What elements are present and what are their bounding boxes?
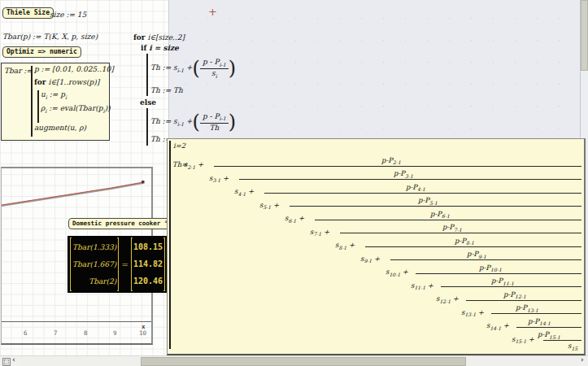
result-values-column: 108.15 114.82 120.46 xyxy=(133,239,163,290)
equals-sign: = xyxy=(121,260,128,269)
program-line-u: ui := pi xyxy=(41,90,67,100)
cooker-label[interactable]: Domestic pressure cooker °C xyxy=(68,218,176,229)
x-tick: 6 xyxy=(24,329,28,337)
program-line-augment: augment(u, ρ) xyxy=(34,124,86,133)
matrix-bracket-left xyxy=(131,237,133,291)
cf-numerator: p-P3-1 xyxy=(394,169,413,178)
cf-s-term: s2-1 + xyxy=(184,160,203,169)
cf-s-term: s8-1 + xyxy=(335,241,355,250)
bottom-scroll-bar: ‹ › xyxy=(0,355,588,366)
result-labels-column: Tbar(1.333) Tbar(1.667) Tbar(2) xyxy=(72,239,116,290)
cf-fraction-bar xyxy=(491,313,581,314)
else-body-bar xyxy=(146,108,148,146)
continued-fraction-staircase: s2-1 +p-P2-1s3-1 +p-P3-1s4-1 +p-P4-1s5-1… xyxy=(168,139,584,354)
result-value: 114.82 xyxy=(133,256,163,272)
cf-numerator: p-P12-1 xyxy=(503,290,526,299)
for-body-bar xyxy=(37,90,39,123)
cf-numerator: p-P13-1 xyxy=(516,303,538,312)
cf-numerator: p-P2-1 xyxy=(381,156,401,165)
result-value: 120.46 xyxy=(133,273,163,290)
cf-s-term: s13-1 + xyxy=(461,308,484,317)
fraction-denominator: si xyxy=(211,69,217,79)
cf-numerator: p-P4-1 xyxy=(406,183,425,192)
cf-numerator: p-P9-1 xyxy=(467,250,486,259)
cf-s-term: s12-1 + xyxy=(436,294,459,303)
fraction: p - Pi-1Th xyxy=(200,112,229,133)
x-tick: 7 xyxy=(54,329,58,337)
horizontal-scrollbar-thumb[interactable] xyxy=(141,357,466,366)
cf-s-term: s14-1 + xyxy=(486,321,509,330)
cf-fraction-bar xyxy=(390,259,581,260)
cf-numerator: p-P5-1 xyxy=(418,196,438,205)
x-axis-line xyxy=(2,321,151,322)
th1-lhs: Th := si-1 + xyxy=(150,63,193,73)
x-tick: 10 xyxy=(139,329,146,337)
tbar-program-region[interactable]: Tbar := p := [0.01, 0.025..10] for i∈[1.… xyxy=(1,63,110,141)
close-paren: ) xyxy=(229,59,236,78)
tbar-results-region[interactable]: Tbar(1.333) Tbar(1.667) Tbar(2) = 108.15… xyxy=(68,236,168,293)
fraction-numerator: p - Pi-1 xyxy=(200,112,229,124)
fraction-numerator: p - Pi-1 xyxy=(200,58,229,69)
cf-fraction-bar xyxy=(543,340,581,341)
thiele-size-label[interactable]: Thiele Size xyxy=(2,7,54,19)
for-range: i∈[size..2] xyxy=(148,33,185,41)
x-tick: 9 xyxy=(113,329,117,337)
cf-numerator: p-P7-1 xyxy=(442,223,462,232)
continued-fraction-panel[interactable]: i=2 Th= s2-1 +p-P2-1s3-1 +p-P3-1s4-1 +p-… xyxy=(167,138,586,355)
program-bar xyxy=(31,66,33,137)
cf-numerator: p-P10-1 xyxy=(479,264,502,272)
tbar-definition[interactable]: Tbar(p) := T(K, X, p, size) xyxy=(2,33,98,41)
th3-lhs: Th := si-1 + xyxy=(150,117,193,127)
program-lhs: Tbar := xyxy=(4,67,33,76)
smath-worksheet-window: + Thiele Size size := 15 Tbar(p) := T(K,… xyxy=(0,0,588,366)
navigator-icon[interactable] xyxy=(2,358,11,366)
cf-numerator: p-P8-1 xyxy=(455,237,474,246)
result-label: Tbar(1.667) xyxy=(72,256,116,272)
cf-numerator: p-P14-1 xyxy=(528,317,551,326)
program-line-p: p := [0.01, 0.025..10] xyxy=(34,65,114,74)
loop-for-line[interactable]: for i∈[size..2] xyxy=(133,33,185,42)
cf-fraction-bar xyxy=(466,300,581,301)
close-paren: ) xyxy=(229,112,236,132)
th-assignment-3: Th := si-1 + (p - Pi-1Th) xyxy=(150,106,236,138)
cf-final-denominator: s15 xyxy=(568,342,577,351)
for-range: i∈[1..rows(p)] xyxy=(49,78,100,86)
result-label: Tbar(2) xyxy=(72,273,116,290)
cf-fraction-bar xyxy=(365,246,581,247)
result-label: Tbar(1.333) xyxy=(72,239,116,255)
matrix-bracket-right xyxy=(117,237,119,291)
th-assignment-2: Th := Th xyxy=(150,86,183,95)
vertical-scrollbar-thumb[interactable] xyxy=(581,0,588,71)
result-value: 108.15 xyxy=(133,239,163,255)
cf-numerator: p-P11-1 xyxy=(491,277,514,285)
fraction: p - Pi-1si xyxy=(200,58,229,79)
cf-s-term: s7-1 + xyxy=(310,228,329,237)
optimiz-label[interactable]: Optimiz => numeric xyxy=(2,46,81,58)
open-paren: ( xyxy=(193,112,200,132)
cf-fraction-bar xyxy=(516,327,581,328)
scroll-right-icon[interactable]: › xyxy=(581,355,584,364)
cf-fraction-bar xyxy=(290,206,581,207)
cf-numerator: p-P15-1 xyxy=(538,330,560,339)
cf-s-term: s15-1 + xyxy=(512,335,534,344)
cf-s-term: s11-1 + xyxy=(411,281,433,290)
scroll-left-icon[interactable]: ‹ xyxy=(12,355,15,364)
for-keyword: for xyxy=(133,33,146,41)
cf-fraction-bar xyxy=(315,220,581,220)
cf-s-term: s5-1 + xyxy=(259,201,279,210)
open-paren: ( xyxy=(193,59,200,78)
program-line-rho: ρi := eval(Tbar(pi)) xyxy=(41,104,111,114)
cf-fraction-bar xyxy=(340,233,581,233)
cf-numerator: p-P6-1 xyxy=(430,210,450,219)
cf-s-term: s4-1 + xyxy=(234,187,254,196)
matrix-bracket-right xyxy=(163,237,165,291)
th-assignment-1: Th := si-1 + (p - Pi-1si) xyxy=(150,52,236,85)
x-axis-label: x xyxy=(142,323,146,330)
if-condition: i = size xyxy=(149,44,179,52)
horizontal-scrollbar-track[interactable] xyxy=(20,357,579,366)
cf-fraction-bar xyxy=(441,286,581,287)
size-definition[interactable]: size := 15 xyxy=(50,11,86,20)
cf-fraction-bar xyxy=(416,273,581,274)
matrix-bracket-left xyxy=(70,237,72,291)
vertical-scrollbar[interactable] xyxy=(580,0,588,138)
